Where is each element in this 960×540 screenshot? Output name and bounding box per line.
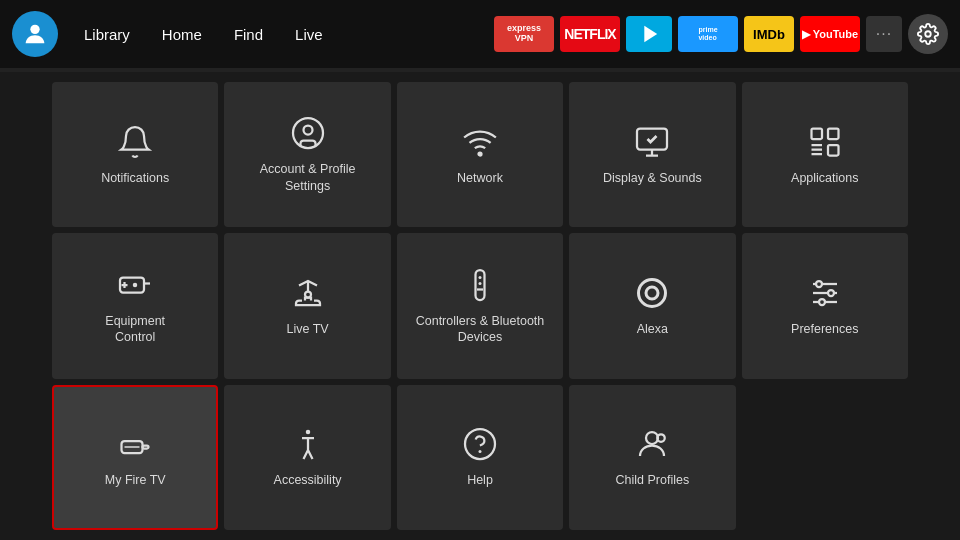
svg-point-1 (925, 31, 931, 37)
grid-item-applications[interactable]: Applications (742, 82, 908, 227)
account-profile-label: Account & ProfileSettings (260, 161, 356, 194)
svg-point-3 (303, 126, 312, 135)
display-sound-icon (634, 124, 670, 160)
app-imdb[interactable]: IMDb (744, 16, 794, 52)
child-profile-icon (634, 426, 670, 462)
child-profiles-label: Child Profiles (616, 472, 690, 488)
svg-rect-7 (828, 128, 839, 139)
accessibility-icon (290, 426, 326, 462)
grid-item-alexa[interactable]: Alexa (569, 233, 735, 378)
svg-rect-24 (143, 446, 149, 449)
my-fire-tv-label: My Fire TV (105, 472, 166, 488)
app-expressvpn[interactable]: expressVPN (494, 16, 554, 52)
display-sounds-label: Display & Sounds (603, 170, 702, 186)
grid-item-my-fire-tv[interactable]: My Fire TV (52, 385, 218, 530)
controllers-bluetooth-label: Controllers & BluetoothDevices (416, 313, 545, 346)
nav-live[interactable]: Live (281, 20, 337, 49)
svg-point-0 (30, 25, 39, 34)
apps-icon (807, 124, 843, 160)
grid-item-help[interactable]: Help (397, 385, 563, 530)
svg-point-2 (293, 118, 323, 148)
app-prime[interactable]: primevideo (678, 16, 738, 52)
svg-rect-6 (811, 128, 822, 139)
app-shortcuts: expressVPN NETFLIX primevideo IMDb ▶ You… (494, 14, 948, 54)
grid-item-equipment-control[interactable]: EquipmentControl (52, 233, 218, 378)
network-label: Network (457, 170, 503, 186)
nav-links: Library Home Find Live (70, 20, 337, 49)
help-label: Help (467, 472, 493, 488)
nav-library[interactable]: Library (70, 20, 144, 49)
tv-remote-icon (117, 267, 153, 303)
app-youtube[interactable]: ▶ YouTube (800, 16, 860, 52)
grid-item-child-profiles[interactable]: Child Profiles (569, 385, 735, 530)
wifi-icon (462, 124, 498, 160)
avatar[interactable] (12, 11, 58, 57)
top-navigation: Library Home Find Live expressVPN NETFLI… (0, 0, 960, 68)
antenna-icon (290, 275, 326, 311)
settings-grid: Notifications Account & ProfileSettings … (0, 72, 960, 540)
svg-point-13 (478, 276, 481, 279)
svg-point-20 (816, 281, 822, 287)
svg-point-4 (478, 152, 481, 155)
applications-label: Applications (791, 170, 858, 186)
fire-stick-icon (117, 426, 153, 462)
settings-button[interactable] (908, 14, 948, 54)
svg-point-16 (646, 287, 658, 299)
grid-item-controllers-bluetooth[interactable]: Controllers & BluetoothDevices (397, 233, 563, 378)
person-circle-icon (290, 115, 326, 151)
remote-icon (462, 267, 498, 303)
app-netflix[interactable]: NETFLIX (560, 16, 620, 52)
equipment-control-label: EquipmentControl (105, 313, 165, 346)
grid-item-account-profile[interactable]: Account & ProfileSettings (224, 82, 390, 227)
bell-icon (117, 124, 153, 160)
live-tv-label: Live TV (287, 321, 329, 337)
grid-item-live-tv[interactable]: Live TV (224, 233, 390, 378)
accessibility-label: Accessibility (274, 472, 342, 488)
svg-point-26 (305, 430, 310, 435)
grid-item-notifications[interactable]: Notifications (52, 82, 218, 227)
nav-find[interactable]: Find (220, 20, 277, 49)
help-icon (462, 426, 498, 462)
more-button[interactable]: ··· (866, 16, 902, 52)
svg-rect-8 (828, 145, 839, 156)
svg-point-15 (639, 279, 666, 306)
sliders-icon (807, 275, 843, 311)
svg-point-21 (828, 290, 834, 296)
svg-point-30 (658, 434, 666, 442)
svg-point-14 (478, 282, 481, 285)
nav-home[interactable]: Home (148, 20, 216, 49)
svg-point-10 (133, 282, 138, 287)
notifications-label: Notifications (101, 170, 169, 186)
alexa-icon (634, 275, 670, 311)
svg-point-27 (465, 429, 495, 459)
preferences-label: Preferences (791, 321, 858, 337)
app-freevee[interactable] (626, 16, 672, 52)
grid-item-preferences[interactable]: Preferences (742, 233, 908, 378)
grid-item-display-sounds[interactable]: Display & Sounds (569, 82, 735, 227)
grid-item-accessibility[interactable]: Accessibility (224, 385, 390, 530)
grid-item-network[interactable]: Network (397, 82, 563, 227)
alexa-label: Alexa (637, 321, 668, 337)
svg-point-22 (819, 299, 825, 305)
